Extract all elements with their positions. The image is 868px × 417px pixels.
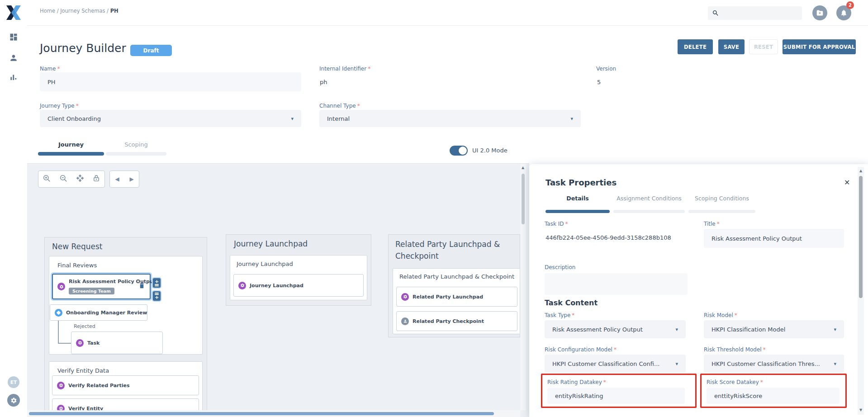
panel-tab-assignment-indicator [613,210,685,213]
search-input[interactable] [719,10,798,16]
chevron-down-icon: ▾ [834,327,836,332]
scrollbar-thumb[interactable] [522,174,525,224]
task-node-title: Journey Launchpad [250,283,304,289]
reset-button[interactable]: RESET [749,39,778,54]
nav-right-button[interactable]: ▶ [129,176,133,182]
save-button[interactable]: SAVE [718,39,745,54]
delete-button[interactable]: DELETE [678,39,713,54]
branch-connector-vertical [58,321,59,343]
section-title: Journey Launchpad [237,261,293,267]
tab-journey[interactable]: Journey [38,141,104,148]
scrollbar-thumb[interactable] [859,176,863,298]
add-task-below-button[interactable]: + [152,290,161,302]
create-new-button[interactable] [812,5,827,20]
canvas-vertical-scrollbar[interactable]: ▲ [520,164,526,410]
tab-scoping[interactable]: Scoping [106,141,166,148]
scroll-down-icon[interactable]: ▼ [859,408,862,412]
task-type-label: Task Type* [545,312,574,318]
bar-chart-icon [9,73,18,82]
canvas-horizontal-scrollbar[interactable] [27,410,520,417]
sidebar: ET [0,0,27,417]
gear-icon [10,397,17,404]
nav-left-button[interactable]: ◀ [115,176,119,182]
task-node-related-party-launchpad[interactable]: Related Party Launchpad [396,287,517,307]
tab-scoping-indicator [106,152,166,156]
risk-score-datakey-input[interactable] [714,393,832,399]
task-node-title: Task [87,340,100,346]
panel-tab-details[interactable]: Details [545,195,610,202]
sidebar-item-reports[interactable] [9,73,18,82]
risk-rating-datakey-input[interactable] [555,393,677,399]
description-input[interactable] [552,281,680,288]
task-node-title: Related Party Launchpad [413,294,483,300]
trash-icon [138,282,145,289]
task-node-journey-launchpad[interactable]: Journey Launchpad [233,274,364,297]
ui-mode-toggle[interactable] [450,146,468,156]
title-input[interactable] [711,235,836,242]
topbar: Home / Journey Schemas / PH 2 [27,0,868,26]
risk-score-datakey-field[interactable] [707,388,840,404]
chevron-down-icon: ▾ [570,116,573,122]
sidebar-item-dashboard[interactable] [9,33,18,42]
scroll-up-icon[interactable]: ▲ [859,169,862,173]
chevron-down-icon: ▾ [834,361,836,367]
sidebar-item-users[interactable] [9,53,18,62]
name-field[interactable] [40,72,301,91]
scroll-up-icon[interactable]: ▲ [522,166,524,170]
search-icon [712,9,719,17]
risk-model-select[interactable]: HKPI Classification Model▾ [704,320,844,338]
risk-configuration-model-select[interactable]: HKPI Customer Classification Confi...▾ [545,355,686,373]
app-logo[interactable] [4,3,24,24]
internal-identifier-label: Internal Identifier* [319,66,370,72]
bell-icon [840,9,848,17]
breadcrumb-home[interactable]: Home [40,8,55,14]
panel-tab-details-indicator [545,210,610,213]
chevron-down-icon: ▾ [675,361,678,367]
settings-button[interactable] [7,394,20,407]
panel-tab-assignment-conditions[interactable]: Assignment Conditions [613,195,685,202]
task-type-select[interactable]: Risk Assessment Policy Output▾ [545,320,686,338]
lock-button[interactable] [92,174,100,184]
panel-tab-scoping-conditions[interactable]: Scoping Conditions [688,195,755,202]
name-input[interactable] [47,79,294,85]
risk-model-label: Risk Model* [704,312,737,318]
journey-canvas[interactable]: ◀ ▶ New Request Final Reviews Risk Asses… [27,163,529,417]
gear-task-icon [57,382,65,389]
canvas-zoom-toolbar [38,171,105,188]
zoom-in-button[interactable] [43,174,51,185]
scrollbar-thumb[interactable] [29,412,494,415]
channel-type-select[interactable]: Internal▾ [319,110,581,127]
close-icon[interactable]: ✕ [844,178,850,187]
task-node-rejected-task[interactable]: Task [71,332,163,354]
task-node-verify-related-parties[interactable]: Verify Related Parties [52,375,199,395]
title-field[interactable] [704,229,844,248]
task-properties-panel: Task Properties ✕ Details Assignment Con… [529,164,868,417]
breadcrumb-section[interactable]: Journey Schemas [60,8,105,14]
description-field[interactable] [545,273,688,295]
task-node-related-party-checkpoint[interactable]: Related Party Checkpoint [396,311,517,331]
task-node-risk-assessment-policy-output[interactable]: Risk Assessment Policy Output Screening … [52,274,151,299]
search-box[interactable] [708,6,802,20]
delete-task-button[interactable] [138,282,145,291]
user-avatar[interactable]: ET [8,376,19,388]
risk-score-datakey-label: Risk Score Datakey* [707,379,763,385]
add-task-above-button[interactable]: + [152,277,161,289]
pan-button[interactable] [76,174,84,184]
branch-label: Rejected [74,323,95,329]
zoom-out-button[interactable] [59,174,68,185]
submit-for-approval-button[interactable]: SUBMIT FOR APPROVAL [783,39,856,54]
risk-threshold-model-select[interactable]: HKPI Customer Classification Thres...▾ [704,355,844,373]
task-node-onboarding-manager-review[interactable]: Onboarding Manager Review [50,304,147,321]
section-title: Final Reviews [57,262,97,269]
plus-icon: + [155,295,159,299]
journey-type-select[interactable]: Client Onboarding▾ [40,110,301,127]
toggle-knob [459,147,467,155]
canvas-nav-toolbar: ◀ ▶ [109,171,139,188]
risk-rating-datakey-field[interactable] [547,388,685,404]
panel-scrollbar[interactable]: ▲ ▼ [858,167,864,415]
chevron-down-icon: ▾ [675,327,678,332]
breadcrumb: Home / Journey Schemas / PH [40,8,119,14]
breadcrumb-separator: / [107,8,110,14]
logo-icon [4,3,24,23]
risk-rating-highlight-box: Risk Rating Datakey* [541,374,697,408]
